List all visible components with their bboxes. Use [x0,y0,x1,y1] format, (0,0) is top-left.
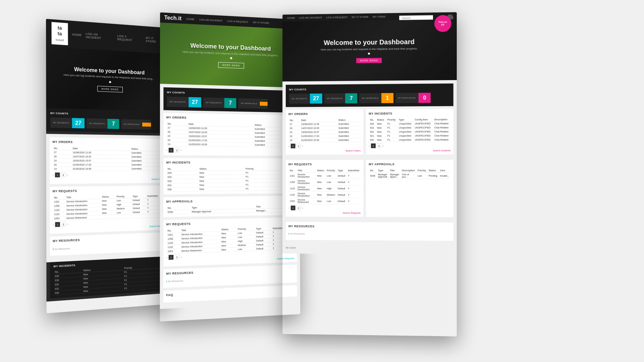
nav-home[interactable]: HOME [72,33,82,37]
ev-incidents-section: MY INCIDENTS No.StatusPriorityTypeConfig… [366,109,453,155]
techit-no-resources: ℹ No Resources [166,273,294,285]
req-p1[interactable]: 1 [169,255,174,260]
techit-approvals-section: MY APPROVALS No.TypeTitle 5336Manager Ap… [163,196,297,217]
ev-orders-title: MY ORDERS [288,112,361,116]
table-row: 1053Service RetirementNewLowDefaultY [288,198,361,204]
dot-1 [230,57,232,59]
table-row: 1901/05/2020 16:56Submitted [166,142,294,147]
tata-orders-search[interactable]: Search Orders [53,178,166,181]
table-row: 2415/05/2020 15:57Submitted [288,130,361,134]
techit-counts: MY COUNTS MY INCIDENTS 27 MY REQUESTS 7 … [163,87,296,113]
ev-incidents-title: MY INCIDENTS [369,112,450,115]
ev-incidents-count: MY INCIDENTS 27 [289,94,322,104]
techit-incidents-title: MY INCIDENTS [166,161,294,164]
req-page-2-btn[interactable]: 2 [61,222,66,227]
ev-req-p2[interactable]: 2 [296,205,301,210]
ev-no-count: No Count [286,245,363,250]
tata-logo: tatatravel [52,22,68,45]
ev-hero-title: Welcome to your Dashboard [324,38,415,47]
scene: tatatravel HOME LOG AN INCIDENT LOG A RE… [0,0,644,362]
techit-requests-title: MY REQUESTS [166,220,294,226]
table-row: 633NewP1UnspecifiedUNSPECIFIEDChat-Relat… [369,125,450,130]
techit-nav-incident[interactable]: LOG AN INCIDENT [199,18,223,22]
techit-requests-section: MY REQUESTS No.TitleStatusPriorityTypeSu… [163,218,297,266]
tata-resources-section: MY RESOURCES ℹ No Resources [50,232,169,256]
tata-more-news-btn[interactable]: MORE NEWS [97,86,123,93]
ev-hero-sub: Here you can log incidents and requests … [321,47,418,51]
techit-page-2[interactable]: 2 [174,148,179,153]
techit-approvals-count: MY APPROVALS [238,98,267,109]
page-1-btn[interactable]: 1 [55,173,60,177]
ev-requests-count: MY REQUESTS 7 [324,93,357,104]
ev-requests-search[interactable]: Search Requests [288,212,361,214]
ev-approvals-table: No.TypeTitleDescriptionPriorityStatusUse… [369,169,450,179]
ev-orders-pagination: « 1 2 » [288,143,361,148]
ev-incidents-table: No.StatusPriorityTypeConfig ItemDescript… [369,118,450,142]
table-row: 1133Service IntroductionNewHighDefaultY [288,185,361,191]
techit-requests-table: No.TitleStatusPriorityTypeSubmitted 1321… [166,226,294,253]
tata-orders-section: MY ORDERS No. Date Status 2710/08/2020 1… [50,137,168,184]
ev-counts-row: MY INCIDENTS 27 MY REQUESTS 7 MY APPROVA… [289,93,450,104]
ev-req-p1[interactable]: 1 [291,205,296,210]
table-row: 1901/05/2020 16:56Submitted [288,138,361,142]
ev-inc-p1[interactable]: 1 [371,143,376,148]
table-row: 631NewP1UnspecifiedUNSPECIFIEDChat-Relat… [369,134,450,138]
techit-incidents-count: MY INCIDENTS 27 [167,97,201,108]
ev-nav-request[interactable]: LOG A REQUEST [326,16,347,19]
ev-nav-incident[interactable]: LOG AN INCIDENT [299,16,322,19]
ev-inc-p2[interactable]: 2 [377,143,381,148]
tata-incidents-count: MY INCIDENTS 27 [50,118,85,129]
table-row: 1901/05/2020 16:56Submitted [53,167,166,171]
ev-ord-p1[interactable]: 1 [291,144,296,148]
ev-requests-title: MY REQUESTS [288,163,361,166]
page-2-btn[interactable]: 2 [61,173,65,177]
tata-incidents-table: No. Status Priority 634NewP1 633NewP1 63… [53,264,166,296]
ev-more-news-btn[interactable]: MORE NEWS [356,58,382,63]
tata-counts-row: MY INCIDENTS 27 MY REQUESTS 7 MY APPROVA… [50,118,167,130]
techit-approvals-title: MY APPROVALS [166,198,294,203]
tata-requests-table: No. Title Status Priority Type Submitted… [53,194,166,221]
techit-resources-section: MY RESOURCES ℹ No Resources [163,264,297,288]
ev-orders-table: No.DateStatus 2710/08/2020 12:26Submitte… [288,118,361,142]
ev-resources-count: MY RESOURCES 0 [395,93,431,103]
card-pick-ev: Pick anEV HOME LOG AN INCIDENT LOG A REQ… [282,12,457,336]
techit-faq-section: FAQ [163,285,297,303]
techit-dot: . [177,15,178,21]
techit-counts-title: MY COUNTS [167,91,293,97]
ev-nav-store[interactable]: MY IT STORE [352,15,369,19]
nav-log-request[interactable]: LOG A REQUEST [117,34,142,42]
ev-approvals-title: MY APPROVALS [369,163,450,166]
orders-pagination: « 1 2 » [53,172,166,178]
req-page-1-btn[interactable]: 1 [55,222,60,227]
table-row: 630NewP1UnspecifiedUNSPECIFIEDChat-Relat… [369,138,450,142]
ev-requests-pagination: « 1 2 » [288,205,361,210]
table-row: 1321Service IntroductionNewLowDefaultY [288,173,361,179]
techit-nav-store[interactable]: MY IT STORE [253,21,269,24]
ev-nav-items[interactable]: MY ITEMS [373,15,386,18]
ev-orders-search[interactable]: Search Orders [288,149,361,152]
techit-nav-home[interactable]: HOME [186,17,194,21]
table-row: 632NewP1UnspecifiedUNSPECIFIEDChat-Relat… [369,130,450,134]
ev-nav-home[interactable]: HOME [287,16,295,19]
ev-incidents-search[interactable]: Search Incidents [369,149,450,152]
tata-requests-title: MY REQUESTS [53,188,166,193]
ev-ord-p2[interactable]: 2 [296,144,301,148]
techit-more-news-btn[interactable]: MORE NEWS [218,62,244,69]
techit-nav-request[interactable]: LOG A REQUEST [227,19,248,23]
table-row: 630NewP1 [166,186,294,191]
tata-hero: Welcome to your Dashboard Here you can l… [46,47,170,112]
table-row: 1258Service IntroductionNewLowDefaultY [288,179,361,185]
tata-requests-count: MY REQUESTS 7 [87,118,119,129]
tata-approvals-count: MY APPROVALS [121,119,151,130]
ev-approvals-section: MY APPROVALS No.TypeTitleDescriptionPrio… [366,160,453,217]
req-p2[interactable]: 2 [174,255,179,260]
ev-hero: Welcome to your Dashboard Here you can l… [282,19,457,82]
tata-orders-table: No. Date Status 2710/08/2020 12:26Submit… [52,146,165,171]
techit-counts-row: MY INCIDENTS 27 MY REQUESTS 7 MY APPROVA… [167,97,293,109]
ev-incidents-pagination: « 1 2 » [369,143,450,148]
ev-resources-section: MY RESOURCES ℹ No Resources [286,222,453,241]
ev-resources-title: MY RESOURCES [288,225,451,229]
tata-counts-title: MY COUNTS [50,112,167,118]
techit-page-1[interactable]: 1 [169,148,173,153]
nav-log-incident[interactable]: LOG AN INCIDENT [86,32,114,41]
